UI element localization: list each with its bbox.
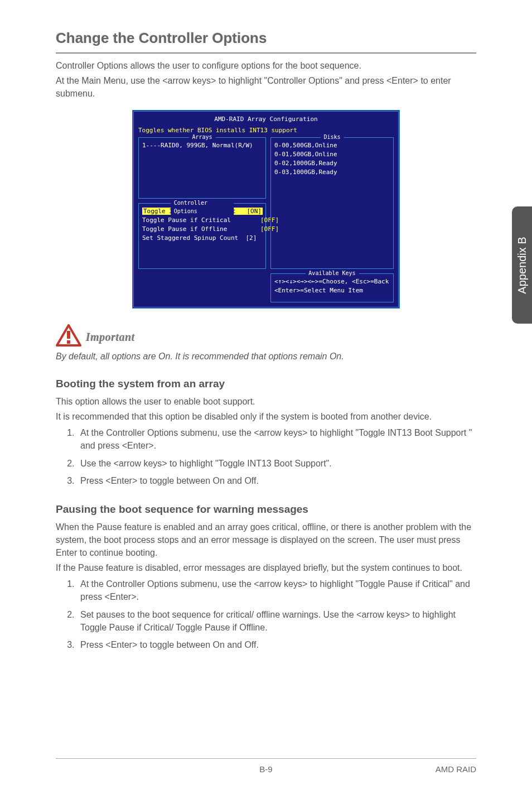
pausing-steps: At the Controller Options submenu, use t… bbox=[56, 577, 476, 651]
bios-arrays-line: 1----RAID0, 999GB, Normal(R/W) bbox=[142, 141, 262, 150]
bios-keys-line-1: <↑><↓><→><←>=Choose, <Esc>=Back bbox=[274, 277, 390, 286]
bios-ctrl-title: Controller Options bbox=[171, 199, 234, 215]
bios-disk-1: 0-01,500GB,Online bbox=[274, 150, 390, 159]
list-item: Set pauses to the boot sequence for crit… bbox=[77, 608, 476, 634]
booting-steps: At the Controller Options submenu, use t… bbox=[56, 426, 476, 487]
list-item: Press <Enter> to toggle between On and O… bbox=[77, 474, 476, 487]
bios-ctrl-row-3: Set Staggered Spinup Count [2] bbox=[142, 234, 262, 243]
bios-keys-line-2: <Enter>=Select Menu Item bbox=[274, 286, 390, 295]
bios-arrays-title: Arrays bbox=[188, 133, 215, 142]
intro-paragraph-1: Controller Options allows the user to co… bbox=[56, 59, 476, 72]
bios-ctrl-row-2: Toggle Pause if Offline [OFF] bbox=[142, 225, 262, 234]
bios-disk-2: 0-02,1000GB,Ready bbox=[274, 159, 390, 168]
page-title: Change the Controller Options bbox=[56, 28, 476, 54]
bios-disks-box: Disks 0-00,500GB,Online 0-01,500GB,Onlin… bbox=[270, 137, 394, 269]
svg-rect-2 bbox=[67, 340, 70, 344]
page-number: B-9 bbox=[259, 763, 272, 776]
bios-disk-0: 0-00,500GB,Online bbox=[274, 141, 390, 150]
booting-p1: This option allows the user to enable bo… bbox=[56, 395, 476, 408]
pausing-p1: When the Pause feature is enabled and an… bbox=[56, 521, 476, 560]
important-text: By default, all options are On. It is re… bbox=[56, 350, 476, 363]
list-item: At the Controller Options submenu, use t… bbox=[77, 426, 476, 452]
intro-paragraph-2: At the Main Menu, use the <arrow keys> t… bbox=[56, 74, 476, 100]
bios-keys-box: Available Keys <↑><↓><→><←>=Choose, <Esc… bbox=[270, 273, 394, 302]
list-item: Press <Enter> to toggle between On and O… bbox=[77, 638, 476, 651]
list-item: Use the <arrow keys> to highlight "Toggl… bbox=[77, 457, 476, 470]
pausing-p2: If the Pause feature is disabled, error … bbox=[56, 561, 476, 574]
bios-arrays-box: Arrays 1----RAID0, 999GB, Normal(R/W) bbox=[138, 137, 266, 199]
footer-right: AMD RAID bbox=[436, 763, 476, 776]
booting-p2: It is recommended that this option be di… bbox=[56, 410, 476, 423]
bios-disk-3: 0-03,1000GB,Ready bbox=[274, 168, 390, 177]
pausing-heading: Pausing the boot sequence for warning me… bbox=[56, 502, 476, 517]
svg-rect-1 bbox=[67, 331, 70, 339]
appendix-tab: Appendix B bbox=[512, 206, 532, 324]
bios-status-line: Toggles whether BIOS installs INT13 supp… bbox=[138, 126, 394, 135]
bios-ctrl-row-1: Toggle Pause if Critical [OFF] bbox=[142, 216, 262, 225]
page-footer: B-9 AMD RAID bbox=[56, 758, 476, 776]
bios-controller-options-box: Controller Options Toggle INT13 Boot Sup… bbox=[138, 203, 266, 269]
bios-header: AMD-RAID Array Configuration bbox=[138, 115, 394, 124]
bios-keys-title: Available Keys bbox=[305, 269, 359, 278]
appendix-tab-label: Appendix B bbox=[514, 237, 530, 293]
list-item: At the Controller Options submenu, use t… bbox=[77, 577, 476, 603]
booting-heading: Booting the system from an array bbox=[56, 376, 476, 392]
bios-disks-title: Disks bbox=[320, 133, 344, 142]
important-label: Important bbox=[86, 329, 135, 346]
bios-screenshot: AMD-RAID Array Configuration Toggles whe… bbox=[132, 110, 400, 309]
warning-icon bbox=[56, 324, 81, 346]
